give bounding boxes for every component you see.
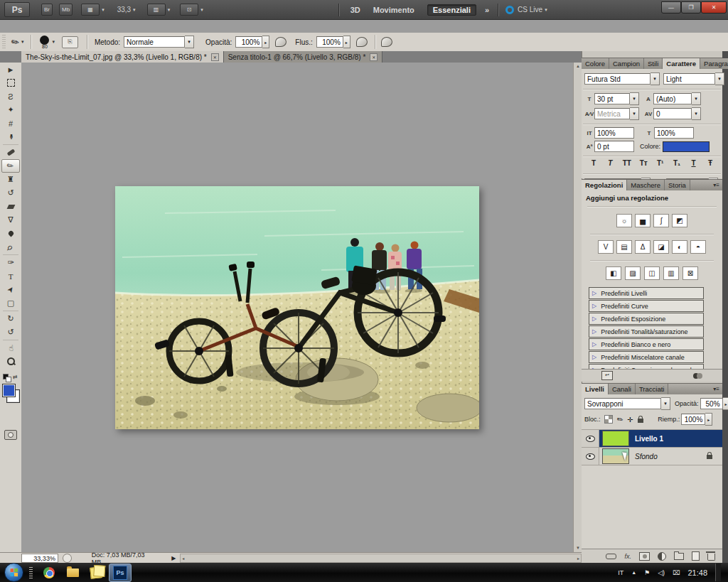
pen-tool[interactable]: ✑ (0, 256, 21, 269)
tab-livelli[interactable]: Livelli (582, 384, 609, 394)
3d-rotate-tool[interactable]: ↻ (0, 312, 21, 325)
layer-name[interactable]: Sfondo (635, 453, 658, 460)
foreground-color-swatch[interactable] (2, 384, 16, 397)
preset-hue-saturation[interactable]: Predefiniti Tonalità/saturazione (589, 325, 704, 338)
tab-paragrafo[interactable]: Paragraf (700, 58, 728, 69)
rectangular-marquee-tool[interactable] (0, 76, 21, 90)
taskbar-explorer-button[interactable] (62, 564, 83, 581)
superscript-button[interactable]: T¹ (653, 158, 668, 171)
underline-button[interactable]: T (686, 158, 702, 171)
faux-italic-button[interactable]: T (602, 158, 618, 171)
mini-bridge-button[interactable]: Mb (59, 4, 73, 16)
horizontal-scrollbar[interactable]: ◂ ▸ (180, 554, 582, 563)
scroll-right-icon[interactable]: ▸ (577, 556, 579, 561)
move-tool[interactable]: ► (0, 63, 21, 76)
tray-language[interactable]: IT (618, 569, 623, 576)
bridge-button[interactable]: Br (41, 4, 53, 16)
lock-position-icon[interactable]: ✛ (627, 416, 633, 424)
new-adjustment-layer-icon[interactable] (658, 552, 666, 561)
channel-mixer-icon[interactable]: ◓ (690, 240, 706, 254)
hand-tool[interactable]: ☜ (4, 338, 18, 359)
restore-button[interactable]: ❐ (681, 1, 701, 14)
spot-healing-brush-tool[interactable] (0, 146, 21, 159)
scroll-left-icon[interactable]: ◂ (182, 556, 184, 561)
tab-tracciati[interactable]: Tracciati (636, 384, 669, 394)
panel-menu-icon[interactable]: ▾≡ (713, 384, 722, 394)
screen-mode-button[interactable]: ⊡▾ (180, 4, 203, 16)
tracking-dropdown[interactable]: 0 (653, 107, 701, 120)
brush-tool-selected[interactable]: ✎ (1, 159, 20, 173)
panel-menu-icon[interactable]: ▾≡ (713, 180, 722, 190)
quick-selection-tool[interactable]: ✦ (0, 103, 21, 117)
tray-clock[interactable]: 21:48 (687, 568, 707, 577)
add-layer-mask-icon[interactable] (639, 552, 650, 561)
start-button[interactable] (4, 563, 23, 582)
tray-network-icon[interactable]: ⌧ (673, 569, 680, 576)
leading-dropdown[interactable]: (Auto) (653, 92, 701, 105)
layer-fill-field[interactable]: 100% (681, 413, 712, 426)
preset-black-white[interactable]: Predefiniti Bianco e nero (589, 338, 704, 350)
lock-transparency-icon[interactable] (604, 415, 613, 424)
view-extras-button[interactable]: ▦▾ (81, 4, 105, 16)
tab-colore[interactable]: Colore (582, 58, 609, 69)
tray-volume-icon[interactable]: ◁) (658, 569, 665, 576)
opacity-field[interactable]: 100% (235, 36, 269, 48)
levels-icon[interactable]: ▅ (635, 214, 651, 227)
preset-channel-mixer[interactable]: Predefiniti Miscelatore canale (589, 351, 704, 363)
taskbar-photoshop-button[interactable]: Ps (109, 564, 132, 582)
gradient-map-icon[interactable]: ▥ (663, 266, 679, 280)
kerning-dropdown[interactable]: Metrica (594, 107, 639, 120)
paint-bucket-tool[interactable]: ∇ (0, 213, 21, 227)
layer-opacity-field[interactable]: 50% (700, 397, 728, 410)
close-icon[interactable] (370, 53, 378, 61)
history-brush-tool[interactable]: ↺ (0, 186, 21, 200)
flow-slider-button[interactable] (343, 36, 350, 48)
horizontal-scale-field[interactable]: 100% (654, 127, 694, 139)
invert-icon[interactable]: ◧ (606, 266, 621, 280)
workspace-overflow-button[interactable]: » (485, 6, 489, 14)
document-tab-inactive[interactable]: Senza titolo-1 @ 66,7% (Livello 3, RGB/8… (224, 51, 383, 63)
vertical-scale-field[interactable]: 100% (594, 127, 634, 139)
vibrance-icon[interactable]: V (598, 240, 614, 254)
taskbar-notes-button[interactable] (85, 564, 107, 581)
layer-style-icon[interactable]: fx. (624, 553, 631, 560)
layer-row-livello1[interactable]: Livello 1 (582, 430, 722, 448)
subscript-button[interactable]: T₁ (669, 158, 685, 171)
faux-bold-button[interactable]: T (586, 158, 601, 171)
blend-mode-dropdown[interactable]: Normale (124, 36, 194, 48)
tab-campioni[interactable]: Campion (609, 58, 644, 69)
hue-saturation-icon[interactable]: ▤ (616, 240, 632, 254)
small-caps-button[interactable]: Tᴛ (636, 158, 651, 171)
workspace-movimento[interactable]: Movimento (373, 6, 414, 14)
layer-visibility-icon[interactable] (586, 436, 595, 442)
selective-color-icon[interactable]: ⊠ (682, 266, 698, 280)
cs-live-button[interactable]: CS Live (518, 6, 542, 14)
eraser-tool[interactable] (0, 200, 21, 213)
tablet-size-icon[interactable] (381, 37, 392, 47)
close-button[interactable]: ✕ (701, 1, 727, 14)
eyedropper-tool[interactable]: ✒ (4, 126, 18, 148)
exposure-icon[interactable]: ◩ (672, 214, 687, 227)
threshold-icon[interactable]: ◫ (644, 266, 660, 280)
tab-regolazioni[interactable]: Regolazioni (582, 180, 627, 190)
tab-storia[interactable]: Storia (665, 180, 690, 190)
flow-field[interactable]: 100% (316, 36, 350, 48)
tray-flag-icon[interactable]: ⚑ (644, 569, 650, 576)
lasso-tool[interactable]: Ƨ (0, 90, 21, 103)
tab-maschere[interactable]: Maschere (627, 180, 665, 190)
document-tab-active[interactable]: The-Sky-is-the-Limit_07.jpg @ 33,3% (Liv… (21, 51, 224, 63)
font-size-dropdown[interactable]: 30 pt (594, 92, 639, 105)
canvas-image[interactable] (115, 186, 479, 429)
new-layer-icon[interactable] (692, 551, 700, 561)
posterize-icon[interactable]: ▨ (625, 266, 641, 280)
baseline-shift-field[interactable]: 0 pt (594, 141, 634, 152)
brush-tool-icon[interactable]: ✎ (9, 36, 22, 49)
preset-exposure[interactable]: Predefiniti Esposizione (589, 313, 704, 325)
zoom-level-dropdown[interactable]: 33,3▾ (117, 6, 136, 14)
font-style-dropdown[interactable]: Light (663, 72, 724, 85)
layer-thumbnail[interactable] (602, 431, 629, 446)
taskbar-chrome-button[interactable] (38, 564, 60, 581)
chevron-down-icon[interactable] (185, 36, 194, 48)
lock-all-icon[interactable] (638, 419, 643, 423)
toggle-visibility-icon[interactable] (693, 373, 702, 379)
